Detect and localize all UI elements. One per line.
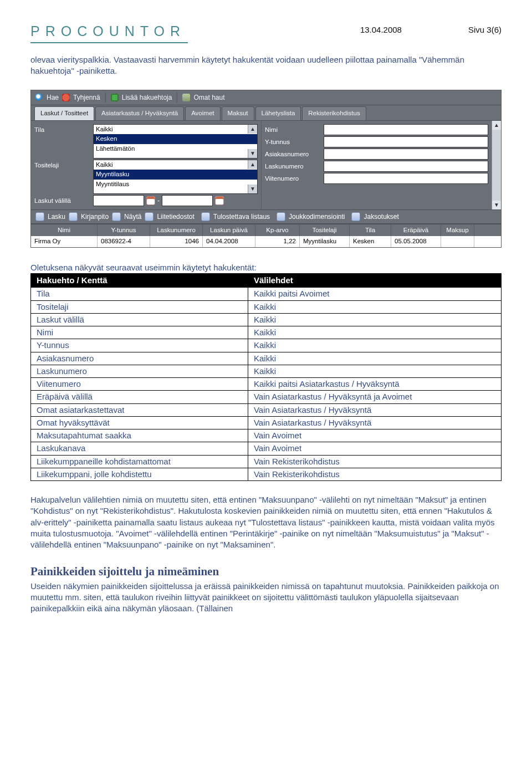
asiakasnumero-input[interactable] [324,149,488,160]
scroll-down-icon[interactable]: ▼ [248,185,257,193]
own-searches-button[interactable]: Omat haut [193,93,224,102]
date-to-input[interactable] [162,195,213,206]
page-number: Sivu 3(6) [468,24,502,35]
intro-paragraph: olevaa vierityspalkkia. Vastaavasti harv… [30,54,502,77]
filter-right-column: Nimi Y-tunnus Asiakasnumero Laskunumero … [261,121,492,209]
label-laskut-valilla: Laskut välillä [34,195,89,206]
tab-laskut[interactable]: Laskut / Tositteet [34,106,94,120]
tositelaji-option-myyntitilaus[interactable]: Myyntitilaus [94,180,257,190]
table-row: Laskut välilläKaikki [31,313,502,326]
defaults-cell-tabs: Kaikki [248,300,501,313]
table-row: Omat asiatarkastettavatVain Asiatarkastu… [31,403,502,416]
defaults-cell-field: Viitenumero [31,378,248,391]
defaults-cell-tabs: Vain Rekisterikohdistus [248,468,501,480]
tila-option-kesken[interactable]: Kesken [94,134,257,144]
col-laskunumero[interactable]: Laskunumero [150,224,203,237]
jaksotukset-button[interactable]: Jaksotukset [364,212,398,221]
table-row: Liikekumppani, jolle kohdistettuVain Rek… [31,468,502,480]
kirjanpito-button[interactable]: Kirjanpito [81,212,109,221]
defaults-cell-tabs: Kaikki [248,339,501,352]
accrual-icon [351,212,360,221]
tab-maksut[interactable]: Maksut [222,106,254,120]
defaults-cell-field: Omat asiatarkastettavat [31,403,248,416]
defaults-cell-field: Laskut välillä [31,313,248,326]
label-viitenumero: Viitenumero [265,173,319,183]
table-row: TilaKaikki paitsi Avoimet [31,288,502,300]
label-laskunumero: Laskunumero [265,161,319,171]
table-row: LaskukanavaVain Avoimet [31,442,502,455]
col-nimi[interactable]: Nimi [31,224,98,237]
label-asiakasnumero: Asiakasnumero [265,149,319,159]
defaults-cell-tabs: Kaikki paitsi Avoimet [248,288,501,300]
defaults-cell-field: Liikekumppaneille kohdistamattomat [31,455,248,468]
add-criteria-button[interactable]: Lisää hakuehtoja [122,93,172,102]
tab-avoimet[interactable]: Avoimet [185,106,220,120]
date-from-input[interactable] [93,195,144,206]
scroll-down-icon[interactable]: ▼ [492,201,501,209]
tositelaji-listbox[interactable]: Kaikki Myyntilasku Myyntitilaus ▲ ▼ [93,160,258,194]
col-laskunpaiva[interactable]: Laskun päivä [203,224,255,237]
tab-rekisterikohdistus[interactable]: Rekisterikohdistus [302,106,366,120]
toolbar-results: Lasku Kirjanpito Näytä Liitetiedostot Tu… [31,209,501,224]
tila-listbox[interactable]: Kaikki Kesken Lähettämätön ▲ ▼ [93,124,258,158]
viitenumero-input[interactable] [324,173,488,184]
tab-renaming-paragraph: Hakupalvelun välilehtien nimiä on muutet… [30,494,502,550]
col-kparvo[interactable]: Kp-arvo [255,224,300,237]
scroll-up-icon[interactable]: ▲ [248,160,257,169]
cell-ytunnus: 0836922-4 [98,236,150,247]
filter-form: Tila Kaikki Kesken Lähettämätön ▲ ▼ Tosi… [31,121,501,209]
cell-laskunumero: 1046 [150,236,203,247]
filter-left-column: Tila Kaikki Kesken Lähettämätön ▲ ▼ Tosi… [31,121,261,209]
tulostettava-button[interactable]: Tulostettava listaus [213,212,270,221]
show-icon [112,212,121,221]
defaults-cell-field: Liikekumppani, jolle kohdistettu [31,468,248,480]
tositelaji-option-myyntilasku[interactable]: Myyntilasku [94,170,257,180]
defaults-cell-tabs: Kaikki paitsi Asiatarkastus / Hyväksyntä [248,378,501,391]
defaults-cell-tabs: Kaikki [248,352,501,365]
clear-icon [62,94,70,101]
tila-option-kaikki[interactable]: Kaikki [94,125,257,135]
scroll-up-icon[interactable]: ▲ [492,121,501,130]
tab-lahetyslista[interactable]: Lähetyslista [255,106,301,120]
search-button[interactable]: Hae [47,93,59,102]
defaults-cell-field: Laskukanava [31,442,248,455]
date-separator: - [157,196,160,205]
scroll-up-icon[interactable]: ▲ [248,125,257,134]
cell-erapaiva: 05.05.2008 [391,236,441,247]
results-row[interactable]: Firma Oy 0836922-4 1046 04.04.2008 1,22 … [31,236,501,247]
nimi-input[interactable] [324,124,488,135]
col-tositelaji[interactable]: Tositelaji [300,224,350,237]
table-row: Liikekumppaneille kohdistamattomatVain R… [31,455,502,468]
calendar-icon[interactable] [215,196,224,205]
tositelaji-option-kaikki[interactable]: Kaikki [94,160,257,170]
app-screenshot: Hae Tyhjennä Lisää hakuehtoja Omat haut … [30,90,502,248]
lasku-button[interactable]: Lasku [48,212,65,221]
section-heading-buttons: Painikkeiden sijoittelu ja nimeäminen [30,564,502,579]
col-ytunnus[interactable]: Y-tunnus [98,224,150,237]
page-header: PROCOUNTOR 13.04.2008 Sivu 3(6) [30,22,502,41]
joukkodimensiointi-button[interactable]: Joukkodimensiointi [289,212,345,221]
label-tila: Tila [34,124,89,135]
calendar-icon[interactable] [146,196,155,205]
defaults-cell-tabs: Vain Asiatarkastus / Hyväksyntä [248,416,501,429]
tab-asiatarkastus[interactable]: Asiatarkastus / Hyväksyntä [95,106,184,120]
col-maksup[interactable]: Maksup [441,224,474,237]
search-icon [35,94,43,101]
table-row: TositelajiKaikki [31,300,502,313]
tila-option-lahettamaton[interactable]: Lähettämätön [94,144,257,154]
cell-tila: Kesken [350,236,391,247]
table-row: Maksutapahtumat saakkaVain Avoimet [31,429,502,442]
attachment-icon [145,212,154,221]
print-icon [201,212,210,221]
scroll-down-icon[interactable]: ▼ [248,149,257,158]
col-tila[interactable]: Tila [350,224,391,237]
liitetiedostot-button[interactable]: Liitetiedostot [157,212,194,221]
nayta-button[interactable]: Näytä [124,212,141,221]
defaults-cell-field: Tositelaji [31,300,248,313]
ytunnus-input[interactable] [324,136,488,147]
col-erapaiva[interactable]: Eräpäivä [391,224,441,237]
defaults-cell-field: Y-tunnus [31,339,248,352]
clear-button[interactable]: Tyhjennä [73,93,100,102]
laskunumero-input[interactable] [324,161,488,172]
form-scrollbar[interactable]: ▲ ▼ [492,121,501,209]
